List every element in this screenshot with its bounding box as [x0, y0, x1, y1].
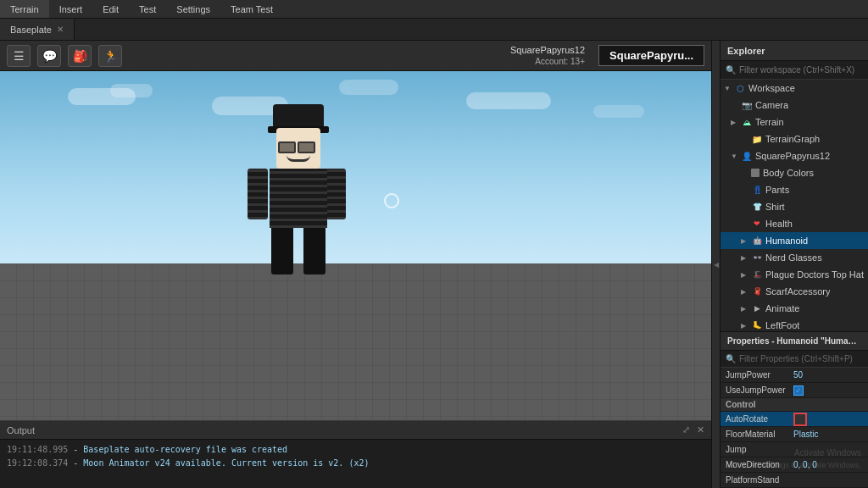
prop-use-jump-power[interactable]: UseJumpPower ✓: [721, 383, 868, 398]
tab-close-icon[interactable]: ✕: [57, 25, 64, 34]
menu-settings[interactable]: Settings: [166, 0, 220, 18]
tree-plague-hat[interactable]: 🎩 Plague Doctors Top Hat: [721, 266, 868, 283]
prop-platform-stand[interactable]: PlatformStand: [721, 473, 868, 488]
output-header: Output ⤢ ✕: [0, 421, 711, 440]
char-head: [276, 128, 320, 169]
output-text-1: - Baseplate auto-recovery file was creat…: [73, 445, 287, 454]
output-title: Output: [7, 425, 35, 435]
user-button[interactable]: SquarePapyru...: [598, 45, 704, 66]
output-text-2: - Moon Animator v24 available. Current v…: [73, 458, 369, 468]
right-panel: Explorer 🔍 Filter workspace (Ctrl+Shift+…: [720, 41, 868, 488]
prop-jump-name: Jump: [726, 445, 793, 454]
character-label: SquarePapyrus12: [755, 151, 830, 161]
character-arrow: [731, 152, 741, 160]
left-foot-arrow: [741, 322, 751, 330]
prop-auto-rotate[interactable]: AutoRotate: [721, 412, 868, 427]
tree-scarf[interactable]: 🧣 ScarfAccessory: [721, 283, 868, 300]
properties-header: Properties - Humanoid "Humanoid": [721, 332, 868, 351]
char-leg-left: [271, 228, 293, 274]
prop-platform-stand-name: PlatformStand: [726, 475, 793, 485]
camera-label: Camera: [755, 100, 788, 110]
tree-terrain[interactable]: ⛰ Terrain: [721, 114, 868, 130]
game-viewport[interactable]: [0, 71, 711, 420]
character: [248, 128, 349, 280]
filter-properties-bar: 🔍 Filter Properties (Ctrl+Shift+P): [721, 351, 868, 368]
menu-test[interactable]: Test: [129, 0, 166, 18]
filter-workspace-label[interactable]: Filter workspace (Ctrl+Shift+X): [739, 65, 854, 75]
output-content: 19:11:48.995 - Baseplate auto-recovery f…: [0, 440, 711, 474]
prop-move-direction-name: MoveDirection: [726, 460, 793, 469]
auto-rotate-toggle[interactable]: [793, 413, 807, 426]
glass-right: [298, 141, 315, 153]
humanoid-label: Humanoid: [765, 236, 808, 246]
prop-section-control-label: Control: [726, 400, 756, 409]
main-area: ☰ 💬 🎒 🏃 SquarePapyrus12 Account: 13+ Squ…: [0, 41, 868, 488]
prop-auto-rotate-value: [793, 413, 863, 426]
collapse-handle[interactable]: ◀: [711, 41, 720, 488]
use-jump-power-checkbox[interactable]: ✓: [793, 385, 804, 396]
tree-terrain-graph[interactable]: 📁 TerrainGraph: [721, 130, 868, 147]
output-panel: Output ⤢ ✕ 19:11:48.995 - Baseplate auto…: [0, 420, 711, 488]
prop-floor-material[interactable]: FloorMaterial Plastic: [721, 427, 868, 442]
tree-camera[interactable]: 📷 Camera: [721, 97, 868, 114]
menu-icon-button[interactable]: ☰: [7, 45, 31, 67]
char-glasses: [278, 141, 319, 153]
output-expand-icon[interactable]: ⤢: [682, 424, 690, 435]
terrain-icon: ⛰: [741, 116, 753, 128]
output-close-icon[interactable]: ✕: [697, 424, 704, 435]
menu-edit[interactable]: Edit: [92, 0, 129, 18]
chat-icon-button[interactable]: 💬: [37, 45, 61, 67]
properties-panel: Properties - Humanoid "Humanoid" 🔍 Filte…: [721, 331, 868, 488]
tree-animate[interactable]: ▶ Animate: [721, 300, 868, 317]
workspace-icon: ⬡: [734, 82, 746, 94]
nerd-glasses-icon: 👓: [751, 252, 763, 263]
tree-health[interactable]: ❤ Health: [721, 215, 868, 232]
character-icon-button[interactable]: 🏃: [98, 45, 122, 67]
left-foot-label: LeftFoot: [765, 320, 799, 330]
prop-jump[interactable]: Jump: [721, 442, 868, 458]
username-label: SquarePapyrus12: [510, 45, 585, 55]
menu-team-test[interactable]: Team Test: [220, 0, 283, 18]
shirt-label: Shirt: [765, 202, 785, 212]
nerd-glasses-label: Nerd Glasses: [765, 252, 822, 263]
menu-terrain[interactable]: Terrain: [0, 0, 49, 18]
backpack-icon-button[interactable]: 🎒: [68, 45, 92, 67]
tree-shirt[interactable]: 👕 Shirt: [721, 198, 868, 215]
viewport-area: ☰ 💬 🎒 🏃 SquarePapyrus12 Account: 13+ Squ…: [0, 41, 711, 488]
shirt-icon: 👕: [751, 201, 763, 213]
account-label: Account: 13+: [535, 57, 585, 66]
explorer-header: Explorer: [721, 41, 868, 61]
char-arm-right: [326, 169, 346, 219]
health-label: Health: [765, 219, 793, 229]
tree-pants[interactable]: 👖 Pants: [721, 181, 868, 198]
prop-floor-material-name: FloorMaterial: [726, 430, 793, 439]
menu-insert[interactable]: Insert: [49, 0, 93, 18]
prop-section-control: Control: [721, 398, 868, 412]
tree-left-foot[interactable]: 🦶 LeftFoot: [721, 317, 868, 331]
tab-label: Baseplate: [10, 25, 52, 35]
tree-nerd-glasses[interactable]: 👓 Nerd Glasses: [721, 249, 868, 266]
filter-properties-label[interactable]: Filter Properties (Ctrl+Shift+P): [739, 354, 853, 363]
scarf-label: ScarfAccessory: [765, 286, 830, 297]
tree-body-colors[interactable]: Body Colors: [721, 164, 868, 181]
tree-humanoid[interactable]: 🤖 Humanoid: [721, 232, 868, 249]
viewport-toolbar: ☰ 💬 🎒 🏃 SquarePapyrus12 Account: 13+ Squ…: [0, 41, 711, 71]
tree-workspace[interactable]: ⬡ Workspace: [721, 80, 868, 97]
workspace-label: Workspace: [748, 83, 795, 93]
plague-hat-label: Plague Doctors Top Hat: [765, 269, 864, 280]
prop-jump-power[interactable]: JumpPower 50: [721, 368, 868, 383]
sky-background: [0, 71, 711, 263]
scarf-icon: 🧣: [751, 286, 763, 297]
tab-baseplate[interactable]: Baseplate ✕: [0, 19, 75, 40]
pants-label: Pants: [765, 185, 789, 195]
prop-use-jump-power-name: UseJumpPower: [726, 385, 793, 395]
output-time-1: 19:11:48.995: [7, 445, 68, 454]
char-arm-left: [248, 169, 268, 219]
plague-hat-arrow: [741, 271, 751, 279]
tree-character[interactable]: 👤 SquarePapyrus12: [721, 147, 868, 164]
animate-icon: ▶: [751, 302, 763, 314]
prop-move-direction[interactable]: MoveDirection 0, 0, 0: [721, 458, 868, 473]
plague-hat-icon: 🎩: [751, 269, 763, 280]
filter-workspace-bar: 🔍 Filter workspace (Ctrl+Shift+X): [721, 61, 868, 80]
properties-title: Properties - Humanoid "Humanoid": [727, 336, 861, 346]
